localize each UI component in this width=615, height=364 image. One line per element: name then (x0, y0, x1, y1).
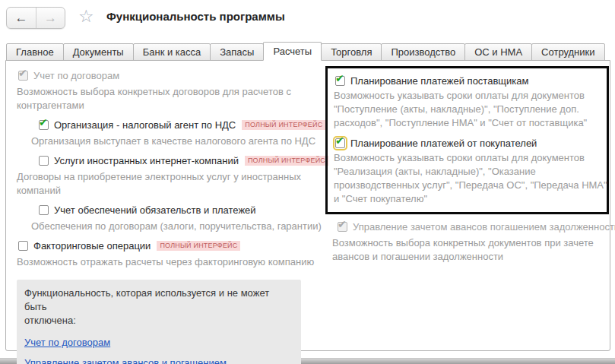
tax-agent-label[interactable]: Организация - налоговый агент по НДС (54, 119, 236, 131)
advance-offset-label: Управление зачетом авансов погашением за… (353, 221, 615, 233)
tab-bank-i-kassa[interactable]: Банк и касса (133, 43, 211, 61)
page-title: Функциональность программы (106, 10, 285, 23)
obligations-security-row: Учет обеспечений обязательств и платежей (39, 204, 325, 216)
advance-offset-checkbox: ✔ (338, 222, 347, 232)
factoring-row: Факторинговые операции ПОЛНЫЙ ИНТЕРФЕЙС (18, 240, 325, 252)
check-icon: ✔ (18, 67, 27, 79)
right-column: ✔ Планирование платежей поставщикам Возм… (325, 66, 615, 264)
check-icon: ✔ (39, 116, 48, 128)
desc-line: и "Счет покупателю" (334, 192, 602, 206)
contract-accounting-desc: Возможность выбора конкретных договоров … (17, 85, 325, 112)
favorite-star-icon[interactable]: ☆ (78, 6, 94, 27)
supplier-payments-label[interactable]: Планирование платежей поставщикам (350, 75, 528, 87)
tab-raschety[interactable]: Расчеты (263, 42, 322, 61)
full-interface-badge: ПОЛНЫЙ ИНТЕРФЕЙС (245, 156, 328, 166)
tab-os-i-nma[interactable]: ОС и НМА (464, 43, 532, 61)
desc-line: Возможность указывать сроки оплаты для д… (334, 89, 602, 103)
contract-accounting-label: Учет по договорам (33, 70, 119, 81)
foreign-internet-checkbox[interactable] (39, 156, 49, 166)
desc-line: "Реализация (акты, накладные)", "Оказани… (334, 165, 602, 179)
tab-zapasy[interactable]: Запасы (210, 43, 264, 61)
contract-accounting-link[interactable]: Учет по договорам (24, 337, 110, 348)
tab-dokumenty[interactable]: Документы (63, 43, 134, 61)
left-column: ✔ Учет по договорам Возможность выбора к… (6, 66, 325, 364)
locked-functionality-info-box: Функциональность, которая используется и… (17, 280, 301, 364)
back-button[interactable]: ← (7, 8, 36, 28)
tab-torgovlya[interactable]: Торговля (321, 43, 382, 61)
supplier-payments-checkbox[interactable]: ✔ (335, 76, 345, 86)
nav-button-group: ← → (6, 7, 65, 29)
desc-line: компаний (17, 184, 325, 198)
customer-payments-desc: Возможность указывать сроки оплаты для д… (334, 151, 602, 206)
tab-proizvodstvo[interactable]: Производство (381, 43, 465, 61)
customer-payments-row: ✔ Планирование платежей от покупателей (335, 138, 602, 149)
factoring-desc: Возможность отражать расчеты через факто… (17, 255, 325, 269)
desc-line: производственных услуг", "Передача ОС", … (334, 179, 602, 192)
factoring-checkbox[interactable] (18, 241, 28, 251)
desc-line: Возможность выбора конкретных документов… (332, 236, 615, 250)
foreign-internet-row: Услуги иностранных интернет-компаний ПОЛ… (39, 155, 325, 166)
full-interface-badge: ПОЛНЫЙ ИНТЕРФЕЙС (157, 241, 240, 251)
settings-panel: ✔ Учет по договорам Возможность выбора к… (5, 60, 610, 351)
obligations-security-desc: Обеспечения по договорам (залоги, поручи… (31, 220, 325, 233)
desc-line: Возможность указывать сроки оплаты для д… (334, 151, 602, 165)
desc-line: расходов", "Поступление НМА" и "Счет от … (334, 116, 602, 130)
customer-payments-label[interactable]: Планирование платежей от покупателей (350, 138, 537, 149)
desc-line: авансов и погашении задолженности (332, 250, 615, 264)
foreign-internet-desc: Договоры на приобретение электронных усл… (17, 170, 325, 198)
supplier-payments-desc: Возможность указывать сроки оплаты для д… (334, 89, 602, 130)
foreign-internet-label[interactable]: Услуги иностранных интернет-компаний (54, 155, 239, 166)
back-arrow-icon: ← (15, 11, 28, 26)
advance-offset-desc: Возможность выбора конкретных документов… (332, 236, 615, 264)
title-line: Функциональность, которая используется и… (24, 286, 293, 314)
desc-line: Организация выступает в качестве налогов… (31, 135, 325, 148)
obligations-security-checkbox[interactable] (39, 205, 49, 215)
obligations-security-label[interactable]: Учет обеспечений обязательств и платежей (54, 204, 256, 216)
supplier-payments-row: ✔ Планирование платежей поставщикам (335, 75, 602, 87)
tax-agent-desc: Организация выступает в качестве налогов… (31, 135, 325, 148)
factoring-label[interactable]: Факторинговые операции (33, 240, 151, 252)
title-line: отключена: (24, 314, 293, 328)
check-icon: ✔ (335, 135, 344, 147)
tab-bar: Главное Документы Банк и касса Запасы Ра… (6, 43, 605, 61)
tax-agent-checkbox[interactable]: ✔ (39, 120, 49, 130)
tab-glavnoe[interactable]: Главное (6, 43, 64, 61)
check-icon: ✔ (338, 218, 347, 230)
advance-offset-link[interactable]: Управление зачетом авансов и погашением … (24, 357, 293, 364)
desc-line: Договоры на приобретение электронных усл… (17, 170, 325, 184)
desc-line: "Поступление (акты, накладные)", "Поступ… (334, 103, 602, 116)
functionality-window: ← → ☆ Функциональность программы Главное… (0, 0, 615, 364)
forward-button[interactable]: → (36, 8, 65, 28)
info-box-title: Функциональность, которая используется и… (24, 286, 293, 328)
desc-line: Возможность отражать расчеты через факто… (17, 255, 325, 269)
tab-sotrudniki[interactable]: Сотрудники (531, 43, 604, 61)
contract-accounting-row: ✔ Учет по договорам (18, 70, 325, 81)
check-icon: ✔ (335, 72, 344, 84)
highlight-box: ✔ Планирование платежей поставщикам Возм… (325, 66, 609, 214)
tax-agent-row: ✔ Организация - налоговый агент по НДС П… (39, 119, 325, 131)
advance-offset-row: ✔ Управление зачетом авансов погашением … (338, 221, 615, 233)
customer-payments-checkbox[interactable]: ✔ (335, 138, 345, 148)
contract-accounting-checkbox: ✔ (18, 71, 28, 81)
desc-line: Обеспечения по договорам (залоги, поручи… (31, 220, 325, 233)
forward-arrow-icon: → (44, 11, 57, 26)
desc-line: контрагентами (17, 99, 325, 112)
desc-line: Возможность выбора конкретных договоров … (17, 85, 325, 99)
full-interface-badge: ПОЛНЫЙ ИНТЕРФЕЙС (242, 120, 325, 130)
